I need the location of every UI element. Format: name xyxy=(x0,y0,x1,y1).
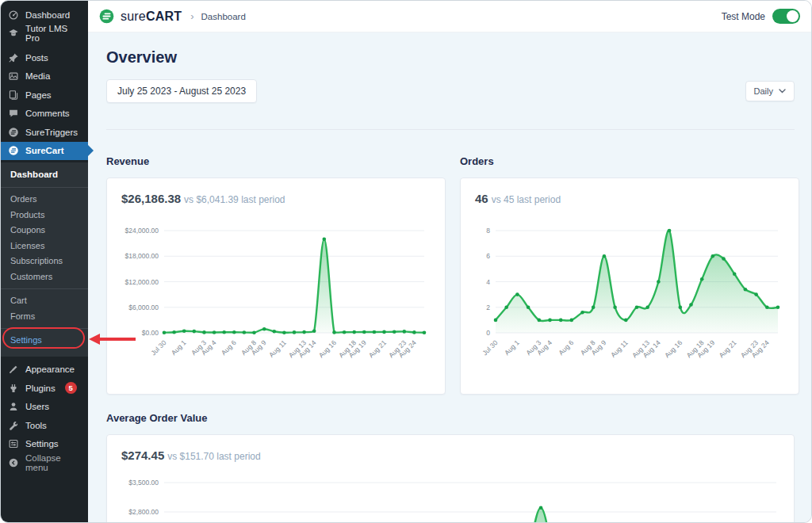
sidebar-gap xyxy=(1,43,88,48)
svg-text:Jul 30: Jul 30 xyxy=(481,338,499,357)
sidebar-mid-group: PostsMediaPagesCommentsSureTriggersSureC… xyxy=(1,48,88,160)
sidebar-item-label: Plugins xyxy=(25,384,56,393)
aov-section: Average Order Value $274.45vs $151.70 la… xyxy=(106,412,795,523)
sidebar-item-label: Collapse menu xyxy=(25,453,83,472)
svg-text:Aug 21: Aug 21 xyxy=(367,338,388,359)
sidebar-subitem-cart[interactable]: Cart xyxy=(1,293,88,309)
sidebar-item-label: Settings xyxy=(25,439,59,449)
revenue-chart: $0.00$6,000.00$12,000.00$18,000.00$24,00… xyxy=(121,214,431,372)
plugins-count-badge: 5 xyxy=(65,382,77,394)
sidebar-subitem-orders[interactable]: Orders xyxy=(1,192,88,208)
sidebar-item-comments[interactable]: Comments xyxy=(1,105,88,124)
sidebar-item-label: Dashboard xyxy=(25,10,70,20)
tools-icon xyxy=(8,420,19,431)
aov-stat-value: $274.45 xyxy=(121,449,164,462)
aov-chart: $0.00$700.00$1,400.00$2,100.00$2,800.00$… xyxy=(121,471,783,523)
svg-text:$6,000.00: $6,000.00 xyxy=(128,303,159,311)
aov-stat-row: $274.45vs $151.70 last period xyxy=(121,448,779,464)
sidebar-item-label: Tutor LMS Pro xyxy=(25,24,83,43)
submenu-divider xyxy=(1,187,88,188)
sidebar-item-suretriggers[interactable]: SureTriggers xyxy=(1,123,88,142)
sidebar-subitem-dashboard[interactable]: Dashboard xyxy=(1,166,88,183)
svg-text:Aug 11: Aug 11 xyxy=(267,338,288,359)
aov-stat-compare: vs $151.70 last period xyxy=(167,451,260,462)
posts-icon xyxy=(8,52,19,63)
svg-text:Aug 11: Aug 11 xyxy=(609,338,630,359)
sidebar-item-label: SureCart xyxy=(25,146,64,155)
svg-text:$2,800.00: $2,800.00 xyxy=(128,508,159,516)
aov-card: $274.45vs $151.70 last period $0.00$700.… xyxy=(106,434,795,523)
sidebar-subitem-licenses[interactable]: Licenses xyxy=(1,239,88,254)
sidebar-subitem-subscriptions[interactable]: Subscriptions xyxy=(1,254,88,269)
sidebar-item-label: SureTriggers xyxy=(25,128,78,137)
breadcrumb[interactable]: Dashboard xyxy=(201,12,246,21)
submenu-divider xyxy=(1,328,88,329)
sidebar-item-label: Pages xyxy=(25,90,52,100)
sidebar-item-dashboard[interactable]: Dashboard xyxy=(1,6,88,25)
toggle-knob xyxy=(787,10,799,22)
revenue-stat-row: $26,186.38vs $6,041.39 last period xyxy=(121,191,431,208)
annotation-arrow-head xyxy=(89,334,100,345)
surecart-logo[interactable]: sureCART xyxy=(98,8,182,25)
sidebar-top-group: DashboardTutor LMS Pro xyxy=(1,1,88,43)
orders-chart: 02468Jul 30Aug 1Aug 3Aug 4Aug 6Aug 8Aug … xyxy=(475,214,784,372)
orders-card: 46vs 45 last period 02468Jul 30Aug 1Aug … xyxy=(460,178,799,395)
controls-row: July 25 2023 - August 25 2023 Daily xyxy=(106,79,795,103)
svg-text:0: 0 xyxy=(486,329,490,337)
revenue-title: Revenue xyxy=(106,155,446,167)
tutor-lms-icon xyxy=(8,28,19,39)
sidebar-item-collapse-menu[interactable]: Collapse menu xyxy=(1,453,88,472)
comments-icon xyxy=(8,108,19,119)
svg-text:Aug 16: Aug 16 xyxy=(317,338,338,359)
sidebar-subitem-coupons[interactable]: Coupons xyxy=(1,223,88,239)
sidebar-item-label: Tools xyxy=(25,421,47,430)
sidebar-item-posts[interactable]: Posts xyxy=(1,48,88,67)
topbar: sureCART › Dashboard Test Mode xyxy=(88,1,811,32)
sidebar-item-media[interactable]: Media xyxy=(1,67,88,86)
users-icon xyxy=(8,401,19,412)
page-title: Overview xyxy=(106,48,795,67)
sidebar-item-pages[interactable]: Pages xyxy=(1,86,88,105)
sidebar-item-surecart[interactable]: SureCart xyxy=(1,142,88,161)
aov-title: Average Order Value xyxy=(106,412,795,424)
section-divider xyxy=(106,129,795,130)
sidebar-subitem-forms[interactable]: Forms xyxy=(1,309,88,325)
sidebar-item-label: Posts xyxy=(25,53,48,63)
svg-text:4: 4 xyxy=(486,278,490,286)
svg-text:Aug 6: Aug 6 xyxy=(557,338,575,357)
pages-icon xyxy=(8,90,19,101)
sidebar-item-appearance[interactable]: Appearance xyxy=(1,361,88,380)
orders-title: Orders xyxy=(460,155,799,167)
collapse-icon xyxy=(8,457,19,468)
submenu-divider xyxy=(1,288,88,289)
sidebar-subitem-customers[interactable]: Customers xyxy=(1,269,88,285)
charts-grid: Revenue $26,186.38vs $6,041.39 last peri… xyxy=(106,155,795,395)
revenue-card: $26,186.38vs $6,041.39 last period $0.00… xyxy=(106,178,446,395)
sidebar-subitem-products[interactable]: Products xyxy=(1,208,88,223)
svg-text:$0.00: $0.00 xyxy=(142,329,159,337)
svg-text:$24,000.00: $24,000.00 xyxy=(124,227,159,235)
annotation-arrow-line xyxy=(99,338,136,341)
surecart-icon xyxy=(8,145,19,156)
orders-stat-compare: vs 45 last period xyxy=(492,194,561,205)
surecart-logo-icon xyxy=(98,8,115,25)
sidebar-item-tools[interactable]: Tools xyxy=(1,416,88,435)
test-mode-toggle[interactable] xyxy=(772,9,800,24)
sidebar-subitem-settings[interactable]: Settings xyxy=(1,333,88,349)
svg-text:Aug 21: Aug 21 xyxy=(717,338,737,359)
plugins-icon xyxy=(8,383,19,394)
brand-text: sureCART xyxy=(121,10,182,24)
svg-text:8: 8 xyxy=(486,227,490,235)
surecart-submenu: DashboardOrdersProductsCouponsLicensesSu… xyxy=(1,162,88,357)
suretriggers-icon xyxy=(8,127,19,138)
revenue-stat-compare: vs $6,041.39 last period xyxy=(184,194,285,205)
sidebar-item-tutor-lms-pro[interactable]: Tutor LMS Pro xyxy=(1,25,88,44)
sidebar-item-settings[interactable]: Settings xyxy=(1,435,88,454)
sidebar-item-users[interactable]: Users xyxy=(1,398,88,417)
sidebar-item-plugins[interactable]: Plugins5 xyxy=(1,379,88,398)
svg-text:Aug 1: Aug 1 xyxy=(170,338,188,357)
svg-text:2: 2 xyxy=(486,303,490,311)
date-range-picker[interactable]: July 25 2023 - August 25 2023 xyxy=(106,79,257,103)
interval-dropdown[interactable]: Daily xyxy=(745,81,795,101)
app-window: DashboardTutor LMS Pro PostsMediaPagesCo… xyxy=(0,0,812,523)
